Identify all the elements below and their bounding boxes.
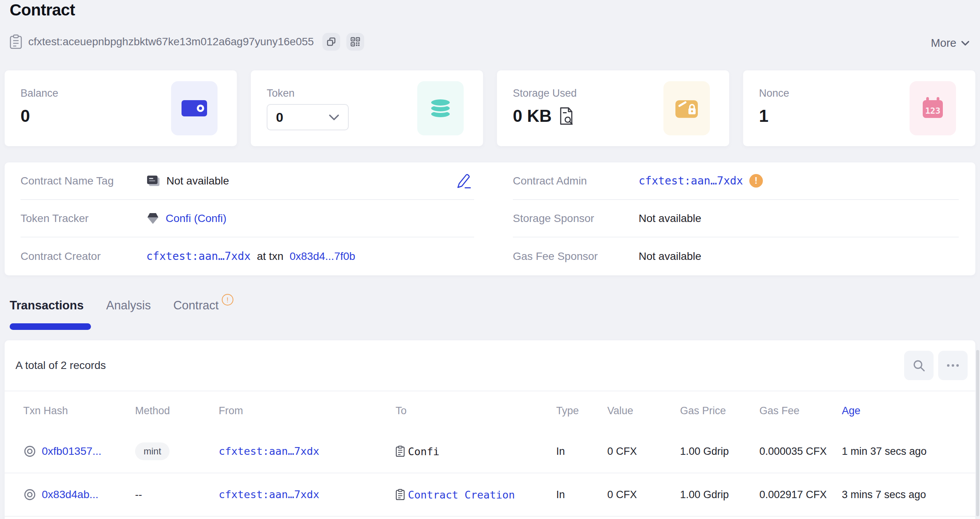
table-toolbar: A total of 2 records (5, 340, 975, 391)
col-from: From (219, 405, 396, 417)
txn-gas-fee: 0.000035 CFX (759, 446, 842, 458)
admin-address-link[interactable]: cfxtest:aan…7xdx (639, 174, 743, 187)
txn-gas-price: 1.00 Gdrip (680, 446, 759, 458)
txn-hash-link[interactable]: 0xfb01357... (42, 445, 101, 458)
storage-detail-icon[interactable] (559, 107, 574, 125)
col-gas-fee: Gas Fee (759, 405, 842, 417)
creator-address-link[interactable]: cfxtest:aan…7xdx (146, 250, 251, 263)
tab-transactions[interactable]: Transactions (10, 299, 84, 326)
method-empty: -- (135, 489, 142, 500)
from-address-link[interactable]: cfxtest:aan…7xdx (219, 445, 319, 457)
eye-icon[interactable] (23, 488, 36, 501)
more-dropdown[interactable]: More (931, 37, 970, 50)
ellipsis-icon (946, 364, 959, 367)
table-search-button[interactable] (904, 351, 934, 380)
txn-value: 0 CFX (607, 489, 680, 501)
tab-analysis[interactable]: Analysis (106, 299, 151, 326)
transactions-table-card: A total of 2 records Txn Hash Method Fro… (5, 340, 975, 519)
nonce-calendar-icon: 123 (910, 81, 956, 135)
records-summary: A total of 2 records (15, 359, 106, 372)
address-bar: cfxtest:aceuepnbpghzbktw67ke13m012a6ag97… (10, 33, 364, 51)
pencil-icon (455, 172, 471, 190)
storage-sponsor-value: Not available (639, 212, 701, 225)
token-tracker-row: Token Tracker Confi (Confi) (21, 200, 474, 237)
contract-doc-icon (396, 446, 405, 457)
chevron-down-icon (961, 41, 970, 46)
col-to: To (396, 405, 556, 417)
balance-card: Balance 0 (5, 70, 237, 146)
name-tag-icon (146, 175, 160, 187)
token-select[interactable]: 0 (267, 104, 349, 130)
storage-sponsor-label: Storage Sponsor (513, 212, 639, 225)
table-header-row: Txn Hash Method From To Type Value Gas P… (5, 391, 975, 430)
tab-contract[interactable]: Contract! (173, 299, 233, 326)
table-more-button[interactable] (938, 351, 968, 380)
token-select-value: 0 (276, 110, 283, 125)
edit-name-tag-button[interactable] (455, 172, 471, 190)
wallet-icon (171, 81, 218, 135)
contract-creator-label: Contract Creator (21, 250, 146, 263)
more-label: More (931, 37, 956, 50)
page-title: Contract (10, 1, 75, 19)
token-tracker-link[interactable]: Confi (Confi) (166, 212, 226, 225)
creator-txn-link[interactable]: 0x83d4...7f0b (290, 250, 355, 263)
page-scrollbar[interactable] (976, 350, 979, 516)
warning-outline-icon: ! (222, 294, 233, 306)
col-method: Method (135, 405, 219, 417)
search-icon (912, 359, 925, 372)
token-stack-icon (417, 81, 464, 135)
txn-value: 0 CFX (607, 446, 680, 458)
storage-card: Storage Used 0 KB (497, 70, 729, 146)
contract-admin-label: Contract Admin (513, 175, 639, 187)
col-age-sort[interactable]: Age (842, 405, 975, 417)
eye-icon[interactable] (23, 445, 36, 458)
gas-sponsor-label: Gas Fee Sponsor (513, 250, 639, 263)
txn-age: 1 min 37 secs ago (842, 446, 975, 458)
txn-type: In (556, 489, 607, 501)
tab-contract-label: Contract (173, 299, 219, 312)
storage-value: 0 KB (513, 106, 552, 126)
col-txn-hash: Txn Hash (23, 405, 135, 417)
contract-address: cfxtest:aceuepnbpghzbktw67ke13m012a6ag97… (28, 36, 314, 48)
col-type: Type (556, 405, 607, 417)
col-gas-price: Gas Price (680, 405, 759, 417)
contract-name-tag-label: Contract Name Tag (21, 175, 146, 187)
contract-info-panel: Contract Name Tag Not available Token Tr… (5, 162, 975, 275)
warning-icon: ! (749, 174, 763, 188)
table-row: 0xfb01357... mint cfxtest:aan…7xdx Confi… (5, 430, 975, 473)
to-contract-name: Confi (408, 446, 439, 458)
contract-name-tag-value: Not available (166, 175, 229, 187)
svg-text:123: 123 (925, 106, 941, 116)
method-badge: mint (135, 442, 170, 460)
gas-sponsor-value: Not available (639, 250, 701, 263)
from-address-link[interactable]: cfxtest:aan…7xdx (219, 488, 319, 500)
creator-middle-text: at txn (257, 250, 283, 263)
contract-creator-row: Contract Creator cfxtest:aan…7xdx at txn… (21, 237, 474, 275)
to-contract-creation-link[interactable]: Contract Creation (408, 489, 515, 501)
gas-sponsor-row: Gas Fee Sponsor Not available (513, 237, 959, 275)
chevron-down-icon (329, 114, 339, 121)
storage-box-icon (663, 81, 710, 135)
txn-hash-link[interactable]: 0x83d4ab... (42, 488, 98, 501)
token-card: Token 0 (251, 70, 483, 146)
tab-analysis-label: Analysis (106, 299, 151, 312)
stat-cards: Balance 0 Token 0 Storage Used 0 KB (5, 70, 975, 146)
contract-admin-row: Contract Admin cfxtest:aan…7xdx ! (513, 162, 959, 200)
col-value: Value (607, 405, 680, 417)
qr-code-icon (350, 37, 360, 47)
txn-gas-fee: 0.002917 CFX (759, 489, 842, 501)
token-gem-icon (146, 212, 159, 225)
active-tab-indicator (10, 323, 91, 330)
copy-icon (326, 37, 336, 47)
contract-doc-icon (396, 489, 405, 500)
copy-address-button[interactable] (322, 33, 340, 51)
storage-sponsor-row: Storage Sponsor Not available (513, 200, 959, 237)
txn-gas-price: 1.00 Gdrip (680, 489, 759, 501)
table-row: 0x83d4ab... -- cfxtest:aan…7xdx Contract… (5, 473, 975, 517)
contract-doc-icon (10, 34, 22, 49)
token-tracker-label: Token Tracker (21, 212, 146, 225)
contract-name-tag-row: Contract Name Tag Not available (21, 162, 474, 200)
nonce-card: Nonce 1 123 (743, 70, 975, 146)
tab-bar: Transactions Analysis Contract! (10, 299, 233, 326)
qr-code-button[interactable] (346, 33, 364, 51)
